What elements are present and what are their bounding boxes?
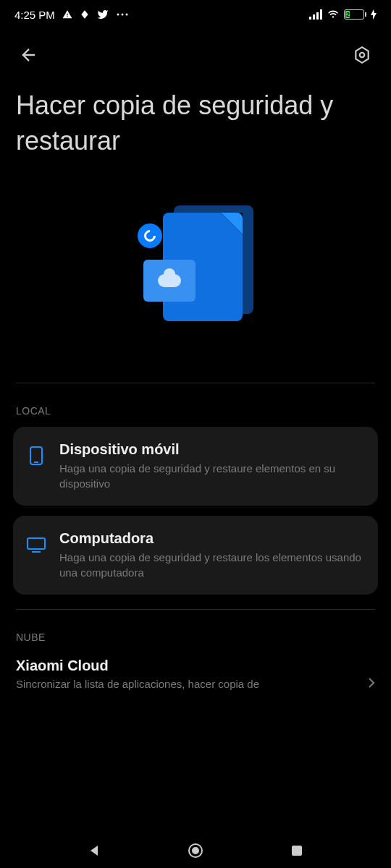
- section-header-local: LOCAL: [0, 383, 391, 427]
- option-desc: Haga una copia de seguridad y restaure l…: [59, 550, 365, 580]
- settings-button[interactable]: [350, 43, 374, 67]
- svg-point-7: [360, 53, 365, 58]
- status-bar-left: 4:25 PM: [14, 9, 129, 21]
- back-button[interactable]: [17, 43, 41, 67]
- svg-rect-4: [313, 14, 315, 20]
- svg-rect-5: [316, 12, 319, 20]
- section-header-cloud: NUBE: [0, 610, 391, 653]
- status-time: 4:25 PM: [14, 9, 55, 21]
- status-bar: 4:25 PM 25: [0, 0, 391, 29]
- page-title: Hacer copia de seguridad y restaurar: [0, 81, 391, 173]
- nav-back-button[interactable]: [80, 836, 109, 865]
- option-title: Computadora: [59, 530, 365, 547]
- restore-badge-icon: [138, 224, 162, 248]
- signal-icon: [309, 9, 322, 20]
- computer-icon: [26, 535, 46, 555]
- option-mobile-device[interactable]: Dispositivo móvil Haga una copia de segu…: [13, 427, 378, 506]
- mobile-icon: [26, 446, 46, 466]
- svg-point-13: [193, 848, 198, 854]
- svg-point-2: [125, 14, 127, 16]
- option-xiaomi-cloud[interactable]: Xiaomi Cloud Sincronizar la lista de apl…: [0, 653, 391, 691]
- option-computer[interactable]: Computadora Haga una copia de seguridad …: [13, 516, 378, 595]
- svg-rect-14: [292, 846, 302, 856]
- twitter-icon: [97, 9, 109, 20]
- svg-point-0: [117, 14, 119, 16]
- warning-icon: [62, 9, 72, 20]
- diamond-icon: [80, 9, 90, 20]
- navigation-bar: [0, 833, 391, 868]
- cloud-title: Xiaomi Cloud: [16, 658, 375, 674]
- charging-icon: [371, 9, 377, 20]
- cloud-card-icon: [143, 260, 196, 302]
- chevron-right-icon: [368, 677, 375, 691]
- svg-rect-3: [309, 17, 311, 20]
- battery-icon: 25: [344, 9, 366, 20]
- wifi-icon: [327, 9, 340, 20]
- nav-home-button[interactable]: [181, 836, 210, 865]
- svg-rect-6: [320, 9, 322, 20]
- option-desc: Haga una copia de seguridad y restaure e…: [59, 461, 365, 491]
- svg-rect-10: [28, 538, 45, 549]
- top-bar: [0, 29, 391, 81]
- cloud-desc: Sincronizar la lista de aplicaciones, ha…: [16, 678, 259, 690]
- option-title: Dispositivo móvil: [59, 441, 365, 458]
- hero-illustration: [0, 173, 391, 383]
- svg-point-1: [121, 14, 123, 16]
- nav-recents-button[interactable]: [282, 836, 311, 865]
- status-bar-right: 25: [309, 9, 377, 20]
- more-icon: [116, 12, 129, 17]
